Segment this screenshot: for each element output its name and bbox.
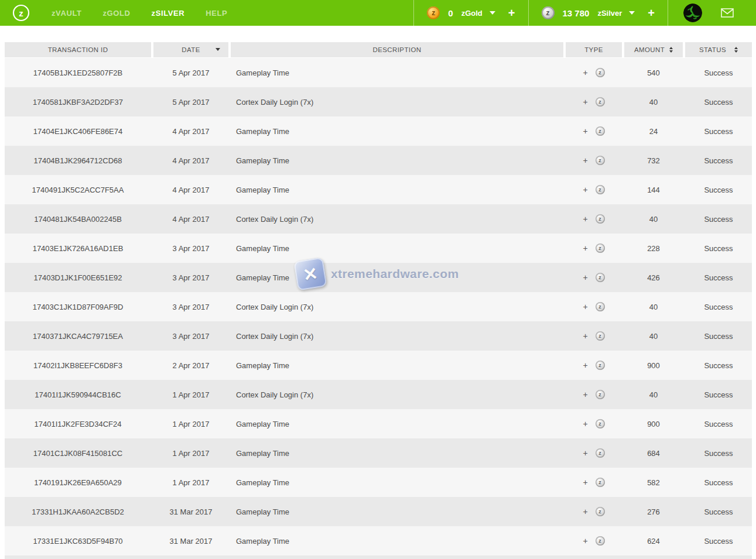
zsilver-coin-icon: z <box>596 331 605 341</box>
type-cell: +z <box>566 68 622 77</box>
status-cell: Success <box>685 449 752 458</box>
credit-plus-icon: + <box>583 536 587 546</box>
zsilver-coin-icon: z <box>542 6 555 19</box>
description-cell: Gameplay Time <box>231 507 563 516</box>
type-cell: +z <box>566 214 622 224</box>
nav-item-help[interactable]: HELP <box>206 9 227 18</box>
description-cell: Gameplay Time <box>231 127 563 136</box>
transaction-id-cell: 17401I1JK590944CB16C <box>5 390 151 399</box>
main-nav: zVAULTzGOLDzSILVERHELP <box>52 9 227 18</box>
column-label: TRANSACTION ID <box>48 46 108 53</box>
date-cell: 31 Mar 2017 <box>153 507 228 516</box>
type-cell: +z <box>566 536 622 546</box>
credit-plus-icon: + <box>583 302 587 311</box>
nav-item-zsilver[interactable]: zSILVER <box>152 9 185 18</box>
type-cell: +z <box>566 331 622 341</box>
amount-cell: 228 <box>624 244 683 253</box>
status-cell: Success <box>685 537 752 546</box>
date-cell: 3 Apr 2017 <box>153 303 228 311</box>
status-cell: Success <box>685 332 752 341</box>
zsilver-dropdown-chevron-icon[interactable] <box>629 11 635 15</box>
mail-envelope-icon[interactable] <box>721 8 734 18</box>
table-row: 1740191JK26E9A650A291 Apr 2017Gameplay T… <box>5 468 752 497</box>
type-indicator: +z <box>566 302 622 311</box>
type-cell: +z <box>566 361 622 370</box>
amount-cell: 732 <box>624 156 683 165</box>
description-cell: Gameplay Time <box>231 68 563 77</box>
amount-cell: 540 <box>624 68 683 77</box>
type-cell: +z <box>566 156 622 165</box>
zgold-dropdown-chevron-icon[interactable] <box>490 11 495 15</box>
transaction-id-cell: 17403E1JK726A16AD1EB <box>5 244 151 253</box>
type-cell: +z <box>566 507 622 516</box>
transaction-id-cell: 17402I1JKB8EEFC6D8F3 <box>5 361 151 370</box>
credit-plus-icon: + <box>583 478 587 487</box>
table-row: 1740371JKCA4C79715EA3 Apr 2017Cortex Dai… <box>5 321 752 351</box>
amount-cell: 900 <box>624 420 683 428</box>
zsilver-coin-icon: z <box>596 448 605 458</box>
transaction-id-cell: 17405B1JK1ED25807F2B <box>5 68 151 77</box>
date-cell: 4 Apr 2017 <box>153 156 228 165</box>
table-body: 17405B1JK1ED25807F2B5 Apr 2017Gameplay T… <box>5 58 752 559</box>
user-avatar[interactable] <box>683 4 702 22</box>
date-cell: 5 Apr 2017 <box>153 68 228 77</box>
zsilver-coin-icon: z <box>596 302 605 311</box>
date-cell: 5 Apr 2017 <box>153 98 228 107</box>
nav-item-zvault[interactable]: zVAULT <box>52 9 82 18</box>
type-indicator: +z <box>566 68 622 77</box>
type-indicator: +z <box>566 97 622 107</box>
column-header-date[interactable]: DATE <box>153 42 228 57</box>
zsilver-coin-icon: z <box>596 361 605 370</box>
description-cell: Cortex Daily Login (7x) <box>231 390 563 399</box>
date-cell: 4 Apr 2017 <box>153 127 228 136</box>
description-cell: Cortex Daily Login (7x) <box>231 303 563 311</box>
date-cell: 1 Apr 2017 <box>153 478 228 487</box>
type-indicator: +z <box>566 273 622 282</box>
zsilver-coin-icon: z <box>596 68 605 77</box>
add-zsilver-button[interactable]: + <box>648 7 655 19</box>
credit-plus-icon: + <box>583 185 587 194</box>
amount-cell: 40 <box>624 303 683 311</box>
zsilver-wallet: z13 780zSilver+ <box>529 6 668 19</box>
description-cell: Cortex Daily Login (7x) <box>231 332 563 341</box>
zsilver-coin-icon: z <box>596 478 605 487</box>
amount-cell: 426 <box>624 273 683 282</box>
description-cell: Gameplay Time <box>231 156 563 165</box>
account-area <box>668 4 756 22</box>
type-indicator: +z <box>566 126 622 136</box>
column-header-description: DESCRIPTION <box>231 42 563 57</box>
status-cell: Success <box>685 186 752 194</box>
transaction-id-cell: 1740371JKCA4C79715EA <box>5 332 151 341</box>
column-header-amount[interactable]: AMOUNT <box>624 42 683 57</box>
table-row: 17401I1JK2FE3D34CF241 Apr 2017Gameplay T… <box>5 409 752 438</box>
amount-cell: 582 <box>624 478 683 487</box>
transaction-id-cell: 17401C1JK08F415081CC <box>5 449 151 458</box>
status-cell: Success <box>685 507 752 516</box>
table-row: 1740481JK54BA002245B4 Apr 2017Cortex Dai… <box>5 204 752 234</box>
date-cell: 4 Apr 2017 <box>153 186 228 194</box>
column-header-status[interactable]: STATUS <box>685 42 752 57</box>
status-cell: Success <box>685 420 752 428</box>
zsilver-coin-icon: z <box>596 507 605 516</box>
zsilver-coin-icon: z <box>596 273 605 282</box>
transaction-id-cell: 1740491JK5C2ACC7F5AA <box>5 186 151 194</box>
table-row: 17403C1JK1D87F09AF9D3 Apr 2017Cortex Dai… <box>5 292 752 321</box>
date-cell: 3 Apr 2017 <box>153 244 228 253</box>
amount-cell: 40 <box>624 98 683 107</box>
date-cell: 3 Apr 2017 <box>153 273 228 282</box>
zsilver-coin-icon: z <box>596 156 605 165</box>
status-cell: Success <box>685 390 752 399</box>
zvault-logo[interactable]: z <box>12 4 30 22</box>
zsilver-coin-icon: z <box>596 126 605 136</box>
column-label: DATE <box>182 46 200 53</box>
date-cell: 3 Apr 2017 <box>153 332 228 341</box>
add-zgold-button[interactable]: + <box>508 7 515 19</box>
svg-text:z: z <box>19 8 23 18</box>
description-cell: Cortex Daily Login (7x) <box>231 215 563 224</box>
type-indicator: +z <box>566 361 622 370</box>
date-cell: 1 Apr 2017 <box>153 390 228 399</box>
zsilver-coin-icon: z <box>596 185 605 194</box>
date-cell: 1 Apr 2017 <box>153 420 228 428</box>
zvault-transactions-page: z zVAULTzGOLDzSILVERHELP z0zGold+z13 780… <box>0 0 756 559</box>
nav-item-zgold[interactable]: zGOLD <box>103 9 131 18</box>
